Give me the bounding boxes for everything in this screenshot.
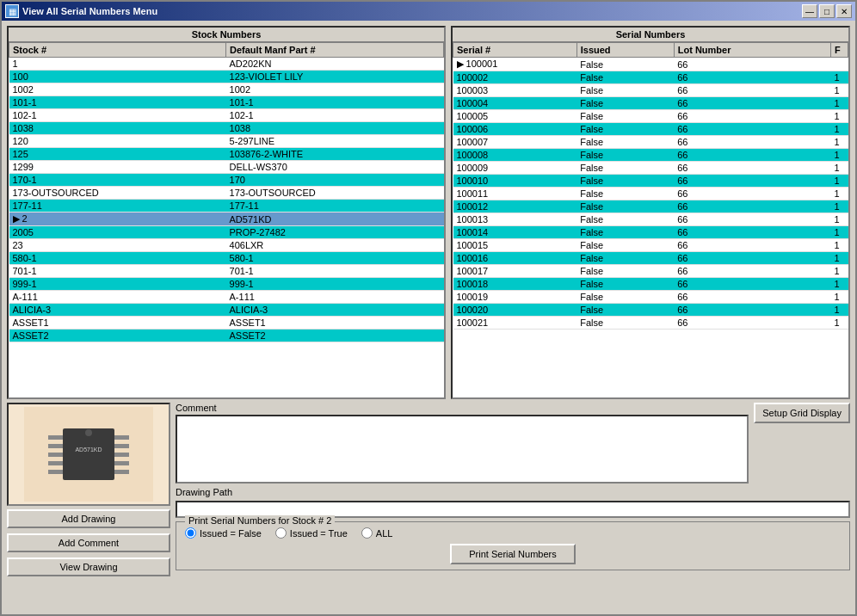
table-row[interactable]: 100017False661 [453, 265, 848, 278]
part-cell: 101-1 [226, 96, 444, 109]
stock-cell: 100 [9, 71, 226, 83]
radio-issued-false-label[interactable]: Issued = False [185, 527, 262, 539]
svg-rect-4 [48, 453, 63, 457]
serial-cell: 100008 [453, 149, 577, 162]
issued-cell: False [576, 136, 674, 149]
table-row[interactable]: 100018False661 [453, 278, 848, 291]
table-row[interactable]: 100012False661 [453, 200, 848, 213]
table-row[interactable]: 125103876-2-WHITE [9, 148, 444, 161]
table-row[interactable]: 100013False661 [453, 213, 848, 226]
serial-cell: 100013 [453, 213, 577, 226]
issued-cell: False [576, 213, 674, 226]
stock-cell: 177-11 [9, 200, 226, 213]
table-row[interactable]: 100014False661 [453, 226, 848, 239]
stock-numbers-table-container[interactable]: Stock # Default Manf Part # 1AD202KN1001… [9, 42, 444, 397]
part-cell: 1002 [226, 83, 444, 96]
table-row[interactable]: 100002False661 [453, 71, 848, 84]
table-row[interactable]: 701-1701-1 [9, 265, 444, 278]
col-f: F [831, 43, 848, 58]
table-row[interactable]: 100003False661 [453, 84, 848, 97]
drawing-path-section: Drawing Path [176, 487, 850, 518]
part-cell: 102-1 [226, 109, 444, 122]
table-row[interactable]: 100005False661 [453, 110, 848, 123]
table-row[interactable]: 23406LXR [9, 239, 444, 252]
table-row[interactable]: 100019False661 [453, 291, 848, 304]
close-button[interactable]: ✕ [836, 4, 852, 18]
stock-numbers-header: Stock Numbers [9, 28, 444, 42]
table-row[interactable]: ASSET1ASSET1 [9, 317, 444, 330]
print-serial-numbers-button[interactable]: Print Serial Numbers [450, 544, 575, 564]
radio-issued-true[interactable] [275, 527, 287, 539]
lot-cell: 66 [674, 58, 830, 71]
f-cell: 1 [831, 265, 848, 278]
f-cell: 1 [831, 317, 848, 330]
radio-issued-true-label[interactable]: Issued = True [275, 527, 348, 539]
app-icon: ▦ [5, 4, 19, 18]
table-row[interactable]: 1299DELL-WS370 [9, 161, 444, 174]
serial-numbers-table-container[interactable]: Serial # Issued Lot Number F ▶ 100001Fal… [453, 42, 848, 397]
table-row[interactable]: 580-1580-1 [9, 252, 444, 265]
add-drawing-button[interactable]: Add Drawing [7, 509, 170, 528]
table-row[interactable]: ▶ 2AD571KD [9, 213, 444, 226]
radio-issued-false[interactable] [185, 527, 196, 539]
table-row[interactable]: 100015False661 [453, 239, 848, 252]
lot-cell: 66 [674, 162, 830, 175]
part-cell: 580-1 [226, 252, 444, 265]
minimize-button[interactable]: — [802, 4, 817, 18]
table-row[interactable]: ALICIA-3ALICIA-3 [9, 304, 444, 317]
table-row[interactable]: 100020False661 [453, 304, 848, 317]
table-row[interactable]: 170-1170 [9, 174, 444, 187]
radio-all-label[interactable]: ALL [361, 527, 393, 539]
table-row[interactable]: 100004False661 [453, 97, 848, 110]
view-drawing-button[interactable]: View Drawing [7, 557, 170, 576]
part-cell: PROP-27482 [226, 226, 444, 239]
table-row[interactable]: 173-OUTSOURCED173-OUTSOURCED [9, 187, 444, 200]
table-row[interactable]: 100007False661 [453, 136, 848, 149]
chip-drawing: AD571KD [9, 404, 169, 504]
table-row[interactable]: 100006False661 [453, 123, 848, 136]
part-cell: 177-11 [226, 200, 444, 213]
f-cell: 1 [831, 175, 848, 188]
table-row[interactable]: 10021002 [9, 83, 444, 96]
issued-cell: False [576, 149, 674, 162]
table-row[interactable]: ASSET2ASSET2 [9, 330, 444, 342]
table-row[interactable]: 999-1999-1 [9, 278, 444, 291]
table-row[interactable]: 100011False661 [453, 188, 848, 200]
table-row[interactable]: 100016False661 [453, 252, 848, 265]
table-row[interactable]: 100021False661 [453, 317, 848, 330]
serial-cell: 100015 [453, 239, 577, 252]
setup-grid-display-button[interactable]: Setup Grid Display [754, 403, 850, 423]
table-row[interactable]: A-111A-111 [9, 291, 444, 304]
table-row[interactable]: 1AD202KN [9, 58, 444, 71]
part-cell: AD202KN [226, 58, 444, 71]
serial-cell: 100017 [453, 265, 577, 278]
table-row[interactable]: 100010False661 [453, 175, 848, 188]
table-row[interactable]: 2005PROP-27482 [9, 226, 444, 239]
table-row[interactable]: ▶ 100001False66 [453, 58, 848, 71]
f-cell: 1 [831, 239, 848, 252]
table-row[interactable]: 10381038 [9, 122, 444, 135]
table-row[interactable]: 100008False661 [453, 149, 848, 162]
issued-cell: False [576, 123, 674, 136]
serial-cell: 100003 [453, 84, 577, 97]
print-section: Print Serial Numbers for Stock # 2 Issue… [176, 521, 850, 570]
buttons-col: Add Drawing Add Comment View Drawing [7, 509, 170, 576]
table-row[interactable]: 100009False661 [453, 162, 848, 175]
f-cell: 1 [831, 304, 848, 317]
serial-cell: 100009 [453, 162, 577, 175]
issued-cell: False [576, 188, 674, 200]
add-comment-button[interactable]: Add Comment [7, 533, 170, 552]
maximize-button[interactable]: □ [819, 4, 835, 18]
radio-all[interactable] [361, 527, 373, 539]
table-row[interactable]: 100123-VIOLET LILY [9, 71, 444, 83]
f-cell: 1 [831, 252, 848, 265]
serial-cell: 100011 [453, 188, 577, 200]
table-row[interactable]: 177-11177-11 [9, 200, 444, 213]
table-row[interactable]: 1205-297LINE [9, 135, 444, 148]
table-row[interactable]: 101-1101-1 [9, 96, 444, 109]
table-row[interactable]: 102-1102-1 [9, 109, 444, 122]
svg-rect-7 [114, 435, 129, 440]
lot-cell: 66 [674, 317, 830, 330]
issued-cell: False [576, 200, 674, 213]
part-cell: 701-1 [226, 265, 444, 278]
